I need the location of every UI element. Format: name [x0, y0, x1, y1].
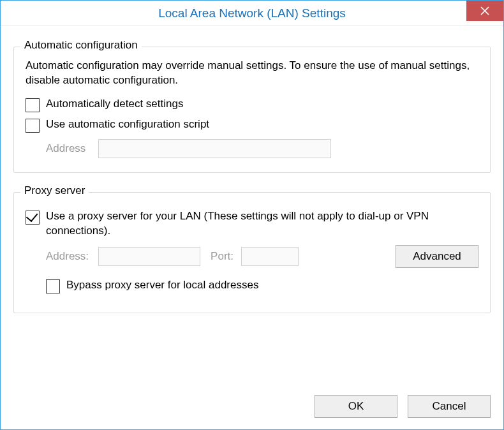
bypass-row: Bypass proxy server for local addresses: [46, 278, 478, 293]
auto-script-checkbox[interactable]: [26, 119, 40, 133]
auto-detect-checkbox[interactable]: [26, 98, 40, 112]
auto-script-row: Use automatic configuration script: [26, 117, 478, 133]
auto-script-address-label: Address: [46, 142, 91, 155]
auto-detect-label: Automatically detect settings: [46, 97, 183, 112]
ok-button[interactable]: OK: [315, 395, 397, 418]
proxy-server-title: Proxy server: [20, 184, 89, 197]
proxy-address-input[interactable]: [98, 247, 200, 266]
titlebar: Local Area Network (LAN) Settings: [1, 1, 503, 26]
use-proxy-label: Use a proxy server for your LAN (These s…: [46, 209, 478, 239]
use-proxy-row: Use a proxy server for your LAN (These s…: [26, 209, 478, 239]
lan-settings-window: Local Area Network (LAN) Settings Automa…: [0, 0, 504, 430]
close-icon: [480, 6, 489, 15]
automatic-configuration-info: Automatic configuration may override man…: [26, 59, 478, 88]
automatic-configuration-group: Automatic configuration Automatic config…: [13, 47, 491, 173]
dialog-footer: OK Cancel: [1, 389, 503, 429]
dialog-content: Automatic configuration Automatic config…: [1, 26, 503, 389]
proxy-port-label: Port:: [208, 250, 233, 263]
auto-script-label: Use automatic configuration script: [46, 117, 209, 132]
auto-detect-row: Automatically detect settings: [26, 97, 478, 112]
close-button[interactable]: [466, 1, 503, 21]
advanced-button[interactable]: Advanced: [396, 245, 478, 268]
cancel-button[interactable]: Cancel: [408, 395, 491, 418]
auto-script-address-input[interactable]: [98, 139, 331, 158]
proxy-server-group: Proxy server Use a proxy server for your…: [13, 192, 491, 313]
proxy-address-row: Address: Port: Advanced: [46, 245, 478, 268]
auto-script-address-row: Address: [46, 139, 478, 158]
window-title: Local Area Network (LAN) Settings: [158, 6, 346, 20]
automatic-configuration-title: Automatic configuration: [20, 39, 142, 52]
proxy-port-input[interactable]: [241, 247, 299, 266]
use-proxy-checkbox[interactable]: [26, 211, 40, 225]
bypass-checkbox[interactable]: [46, 279, 60, 293]
proxy-address-label: Address:: [46, 250, 91, 263]
bypass-label: Bypass proxy server for local addresses: [66, 278, 258, 293]
